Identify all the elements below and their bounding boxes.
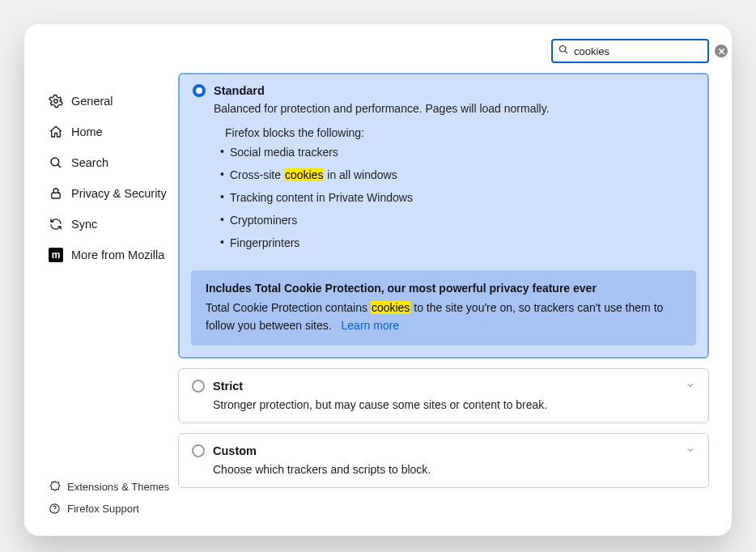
sync-icon xyxy=(49,217,63,231)
sidebar: General Home Search xyxy=(24,70,178,536)
sidebar-bottom-label: Firefox Support xyxy=(67,503,139,515)
text-fragment: in all windows xyxy=(324,168,397,181)
search-input[interactable] xyxy=(574,45,710,57)
svg-line-6 xyxy=(57,164,61,168)
text-fragment: Cross-site xyxy=(230,168,284,181)
search-icon xyxy=(49,155,63,170)
preferences-window: General Home Search xyxy=(24,24,732,536)
learn-more-link[interactable]: Learn more xyxy=(342,319,400,332)
svg-point-5 xyxy=(51,158,59,166)
sidebar-item-mozilla[interactable]: m More from Mozilla xyxy=(49,240,178,270)
panel-title: Custom xyxy=(213,444,257,457)
sidebar-bottom-support[interactable]: Firefox Support xyxy=(49,498,178,520)
mozilla-icon: m xyxy=(49,248,63,262)
search-highlight: cookies xyxy=(284,168,324,181)
chevron-down-icon[interactable] xyxy=(686,379,695,393)
svg-point-9 xyxy=(54,511,55,512)
list-item: Social media trackers xyxy=(230,141,694,163)
sidebar-item-label: More from Mozilla xyxy=(71,248,164,261)
sidebar-footer: Extensions & Themes Firefox Support xyxy=(49,476,178,536)
panel-description: Stronger protection, but may cause some … xyxy=(179,397,708,422)
svg-line-1 xyxy=(565,51,567,53)
search-box[interactable] xyxy=(551,39,709,63)
question-icon xyxy=(49,503,61,515)
clear-search-icon[interactable] xyxy=(715,45,728,57)
blocks-intro: Firefox blocks the following: xyxy=(180,120,707,141)
sidebar-item-sync[interactable]: Sync xyxy=(49,209,178,240)
panel-title: Strict xyxy=(213,380,243,393)
sidebar-item-label: Privacy & Security xyxy=(71,187,167,200)
panel-header[interactable]: Custom xyxy=(179,434,708,461)
etp-strict-panel[interactable]: Strict Stronger protection, but may caus… xyxy=(178,368,709,423)
panel-header[interactable]: Standard xyxy=(180,74,707,100)
panel-header[interactable]: Strict xyxy=(179,369,708,397)
blocks-list: Social media trackers Cross-site cookies… xyxy=(180,141,707,264)
puzzle-icon xyxy=(49,481,61,493)
tcp-callout: Includes Total Cookie Protection, our mo… xyxy=(191,270,696,346)
panel-title: Standard xyxy=(214,84,265,97)
chevron-down-icon[interactable] xyxy=(686,444,695,458)
radio-standard[interactable] xyxy=(193,84,206,97)
panel-description: Balanced for protection and performance.… xyxy=(180,100,707,120)
search-icon xyxy=(558,44,569,58)
etp-custom-panel[interactable]: Custom Choose which trackers and scripts… xyxy=(178,433,709,488)
topbar xyxy=(24,24,732,70)
gear-icon xyxy=(49,94,63,108)
sidebar-bottom-label: Extensions & Themes xyxy=(67,481,169,493)
sidebar-item-privacy[interactable]: Privacy & Security xyxy=(49,178,178,209)
list-item: Tracking content in Private Windows xyxy=(230,186,694,209)
tcp-title: Includes Total Cookie Protection, our mo… xyxy=(206,282,682,295)
panel-description: Choose which trackers and scripts to blo… xyxy=(179,461,708,487)
svg-rect-7 xyxy=(52,193,61,198)
list-item: Fingerprinters xyxy=(230,231,694,254)
body: General Home Search xyxy=(24,70,732,536)
tcp-body: Total Cookie Protection contains cookies… xyxy=(206,299,682,334)
sidebar-item-search[interactable]: Search xyxy=(49,147,178,178)
sidebar-item-general[interactable]: General xyxy=(49,86,178,117)
sidebar-item-label: General xyxy=(71,95,113,108)
list-item: Cryptominers xyxy=(230,209,694,231)
radio-custom[interactable] xyxy=(192,444,205,457)
sidebar-item-label: Search xyxy=(71,156,108,169)
content-area: Standard Balanced for protection and per… xyxy=(178,70,732,536)
lock-icon xyxy=(49,186,63,201)
home-icon xyxy=(49,125,63,139)
etp-standard-panel[interactable]: Standard Balanced for protection and per… xyxy=(178,73,709,359)
svg-point-4 xyxy=(54,100,58,104)
sidebar-item-home[interactable]: Home xyxy=(49,117,178,147)
sidebar-item-label: Home xyxy=(71,125,103,138)
radio-strict[interactable] xyxy=(192,380,205,393)
sidebar-bottom-extensions[interactable]: Extensions & Themes xyxy=(49,476,178,498)
sidebar-item-label: Sync xyxy=(71,218,97,231)
list-item: Cross-site cookies in all windows xyxy=(230,163,694,186)
text-fragment: Total Cookie Protection contains xyxy=(206,301,371,314)
search-highlight: cookies xyxy=(371,301,410,314)
